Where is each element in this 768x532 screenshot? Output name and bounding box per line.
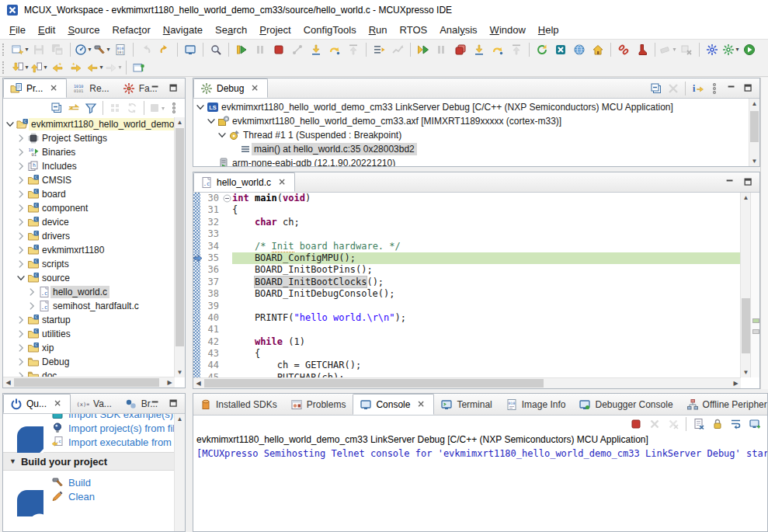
toolbar-grip[interactable] [2,61,9,74]
prev-annotation-button[interactable]: ▾ [30,59,47,76]
project-tree-item[interactable]: Cxip [3,341,175,355]
expander-down-icon[interactable] [217,130,228,141]
expander-right-icon[interactable] [16,356,26,367]
home-button[interactable] [589,41,606,58]
breakpoint-ruler[interactable] [193,228,200,240]
binary-doc-button[interactable]: 010101 [112,41,129,58]
debug-tree-item[interactable]: evkmimxrt1180_hello_world_demo_cm33.axf … [193,114,749,128]
quickstart-tab-qu[interactable]: Qu... [3,394,71,413]
project-tree-item[interactable]: .csemihost_hardfault.c [3,299,175,313]
menu-run[interactable]: Run [363,22,394,38]
scroll-lock-button[interactable] [709,416,726,433]
quickstart-link[interactable]: Clean [68,491,95,502]
menu-help[interactable]: Help [532,22,565,38]
code-line-35[interactable]: 35 BOARD_ConfigMPU(); [193,252,741,264]
expander-right-icon[interactable] [16,217,26,228]
project-tab-pr[interactable]: Pr... [3,78,67,98]
back-button[interactable]: ▾ [86,59,103,76]
code-text[interactable]: BOARD_ConfigMPU(); [232,252,741,264]
code-line-43[interactable]: 43 { [193,348,741,360]
redo-button[interactable] [156,41,173,58]
code-line-32[interactable]: 32 char ch; [193,217,741,228]
scroll-thumb[interactable] [750,111,759,142]
code-line-45[interactable]: 45 PUTCHAR(ch); [193,372,741,377]
project-tree-vscrollbar[interactable]: ▲▼ [174,117,185,377]
scroll-up-arrow[interactable]: ▲ [175,117,185,127]
restart-button[interactable] [533,41,551,58]
project-tree-item[interactable]: 1001Binaries [3,145,175,159]
console-tab-console[interactable]: Console [353,394,434,415]
scroll-left-arrow[interactable]: ◀ [193,378,203,388]
project-tree-item[interactable]: .chello_world.c [3,285,175,299]
scroll-thumb[interactable] [14,378,159,387]
project-tree-item[interactable]: Cboard [3,187,175,201]
tab-close-icon[interactable] [250,83,261,94]
code-text[interactable]: BOARD_InitBootPins(); [232,264,741,276]
code-line-31[interactable]: 31{ [193,204,741,216]
tab-close-icon[interactable] [49,83,60,94]
expander-down-icon[interactable] [16,273,26,283]
code-line-42[interactable]: 42 while (1) [193,336,741,348]
meter-button[interactable]: ▾ [75,41,92,58]
code-text[interactable]: BOARD_InitBootClocks(); [232,276,741,288]
project-tree-item[interactable]: Cevkmimxrt1180_hello_world_demo_ [3,117,175,131]
scroll-down-arrow[interactable]: ▼ [749,156,759,166]
editor-tab-hello-world-c[interactable]: .chello_world.c [193,172,295,192]
scroll-right-arrow[interactable]: ▶ [731,378,741,388]
breakpoint-ruler[interactable] [193,360,200,371]
menu-refactor[interactable]: Refactor [106,22,157,38]
open-console-button[interactable] [746,416,763,433]
console-tab-installed-sdks[interactable]: Installed SDKs [193,394,284,415]
debug-tree-item[interactable]: main() at hello_world.c:35 0x28003bd2 [193,142,749,156]
code-text[interactable] [232,301,741,312]
expander-right-icon[interactable] [16,259,26,269]
section-collapse-icon[interactable]: ▼ [9,457,16,465]
minimize-button[interactable] [722,175,738,190]
view-menu-button[interactable] [707,81,722,96]
breakpoint-ruler[interactable] [193,241,200,252]
project-tree-item[interactable]: Cstartup [3,313,175,327]
code-line-44[interactable]: 44 ch = GETCHAR(); [193,360,741,371]
build-section-header[interactable]: ▼Build your project [3,452,175,471]
menu-project[interactable]: Project [253,22,297,38]
code-line-41[interactable]: 41 [193,324,741,336]
overview-mark-occurrence[interactable] [752,329,759,334]
maximize-button[interactable] [741,81,756,96]
quickstart-vscrollbar[interactable]: ▲ [174,414,185,531]
code-text[interactable]: { [232,348,741,360]
code-line-38[interactable]: 38 BOARD_InitDebugConsole(); [193,288,741,300]
breakpoint-ruler[interactable] [193,193,200,204]
menu-window[interactable]: Window [484,22,532,38]
code-line-34[interactable]: 34 /* Init board hardware. */ [193,241,741,252]
quickstart-item[interactable]: Import project(s) from file sy [51,421,175,435]
expander-right-icon[interactable] [16,175,26,186]
expander-right-icon[interactable] [16,189,26,200]
resume-all-button[interactable] [415,41,432,58]
code-text[interactable]: { [232,204,741,216]
code-text[interactable] [232,228,741,240]
debug-tree-item[interactable]: LSevkmimxrt1180_hello_world_demo_cm33 Li… [193,100,749,114]
i-arrow-button[interactable]: i [690,81,705,96]
terminate-button[interactable] [270,41,287,58]
menu-configtools[interactable]: ConfigTools [297,22,363,38]
terminate-button[interactable] [627,416,645,433]
expander-down-icon[interactable] [195,102,206,113]
step-over-button[interactable] [326,41,343,58]
redlink-boot-button[interactable] [634,41,651,58]
debug-tree-item[interactable]: arm-none-eabi-gdb (12.1.90.20221210) [193,156,749,166]
code-text[interactable]: PRINTF("hello world.\r\n"); [232,312,741,324]
menu-source[interactable]: Source [61,22,106,38]
quickstart-link[interactable]: Import SDK example(s)... [68,414,175,420]
code-line-39[interactable]: 39 [193,301,741,312]
code-line-33[interactable]: 33 [193,228,741,240]
quickstart-link[interactable]: Build [68,477,91,489]
new-wizard-button[interactable]: ▾ [12,41,29,58]
last-edit-fwd-button[interactable] [68,59,85,76]
editor-vscrollbar[interactable]: ▲▼ [740,193,751,377]
scroll-up-arrow[interactable]: ▲ [749,99,759,109]
project-tree-item[interactable]: Ccomponent [3,201,175,215]
code-line-37[interactable]: 37 BOARD_InitBootClocks(); [193,276,741,288]
code-line-40[interactable]: 40 PRINTF("hello world.\r\n"); [193,312,741,324]
last-edit-back-button[interactable] [49,59,66,76]
code-text[interactable]: /* Init board hardware. */ [232,241,741,252]
